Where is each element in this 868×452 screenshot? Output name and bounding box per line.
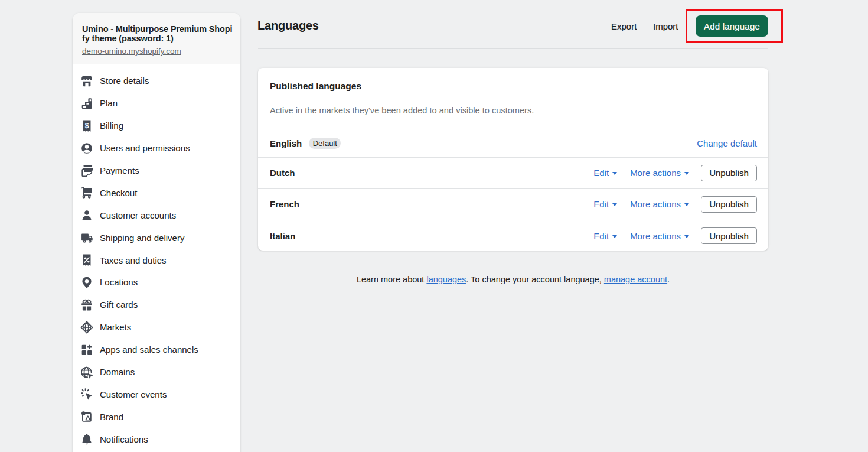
svg-text:$: $ [85, 122, 89, 130]
